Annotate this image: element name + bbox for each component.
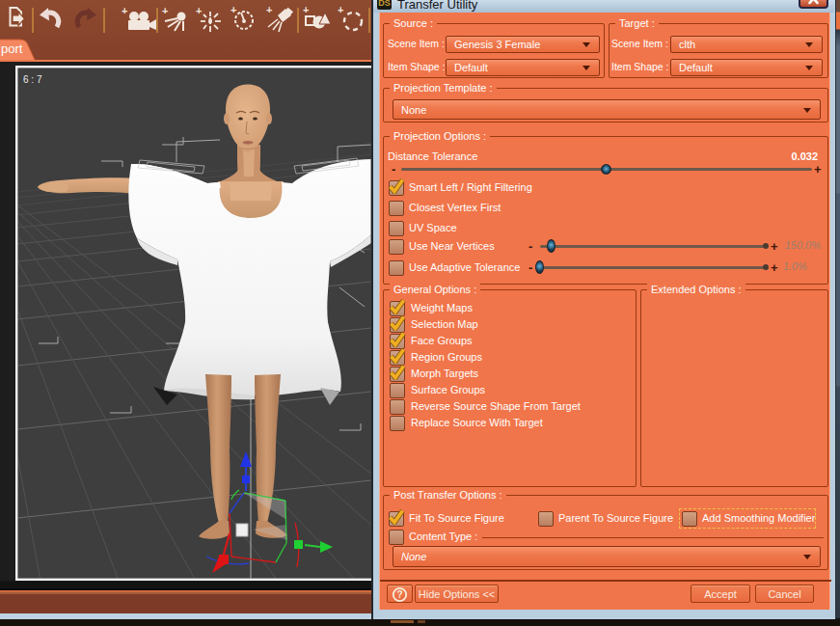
svg-text:port: port xyxy=(1,41,23,56)
svg-text:6 : 7: 6 : 7 xyxy=(23,74,42,85)
svg-text:+: + xyxy=(122,5,127,16)
svg-text:+: + xyxy=(196,5,202,16)
svg-text:+: + xyxy=(230,4,236,15)
svg-text:+: + xyxy=(266,4,272,15)
svg-text:?: ? xyxy=(396,589,402,600)
svg-text:+: + xyxy=(162,5,168,16)
svg-text:+: + xyxy=(303,4,309,15)
svg-text:+: + xyxy=(338,4,343,15)
